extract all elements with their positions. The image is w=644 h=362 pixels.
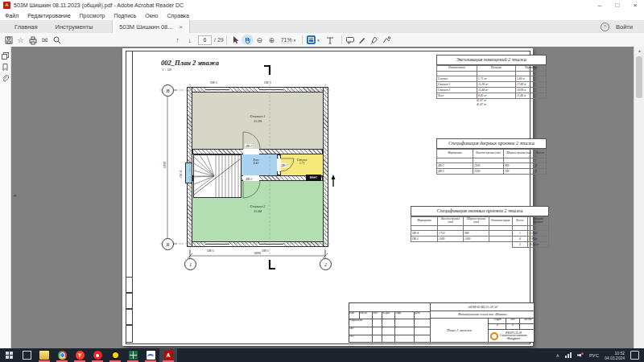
- table-total: 41.87 м²: [436, 103, 547, 107]
- sign-tool-icon[interactable]: [369, 35, 381, 45]
- star-icon[interactable]: ☆: [14, 35, 27, 45]
- volume-icon[interactable]: [577, 352, 584, 359]
- menu-help[interactable]: Справка: [167, 13, 189, 19]
- email-icon[interactable]: ✉: [39, 35, 51, 45]
- title-block-company: ИЖ0975-25-38 Строительная компания «Монд…: [488, 329, 535, 343]
- table-row: Спальня 215.84 м²18.00 м: [437, 88, 547, 93]
- tab-document[interactable]: 503М Шишкин 08... ×: [112, 20, 190, 33]
- select-tool-icon[interactable]: [229, 35, 242, 45]
- taskbar-chrome[interactable]: [53, 348, 71, 362]
- maximize-button[interactable]: □: [609, 0, 626, 10]
- star-glyph: ☆: [17, 36, 23, 44]
- action-center-icon[interactable]: [630, 351, 639, 360]
- menu-window[interactable]: Окно: [145, 13, 158, 19]
- print-icon[interactable]: [27, 35, 39, 45]
- table-row: ДВ-321007001: [437, 169, 547, 175]
- attachments-icon[interactable]: [0, 72, 10, 84]
- scroll-up-icon[interactable]: ▲: [634, 47, 644, 55]
- menu-file[interactable]: Файл: [5, 13, 19, 19]
- vertical-scrollbar[interactable]: ▲: [634, 47, 644, 348]
- menu-view[interactable]: Просмотр: [80, 13, 105, 19]
- title-block-sheet-name: План 2 этажа: [430, 318, 488, 343]
- previous-page-icon[interactable]: ↑: [171, 35, 184, 45]
- sign-in-button[interactable]: Войти: [616, 23, 633, 31]
- window-tag-ok5: ОК-5: [209, 80, 218, 84]
- taskbar-blue-app[interactable]: [142, 348, 159, 362]
- axis-bubble-b: Б: [162, 238, 174, 250]
- taskbar-acrobat-active[interactable]: A: [159, 348, 177, 362]
- page-number-input[interactable]: 6: [198, 35, 212, 45]
- page-fit-icon[interactable]: [307, 35, 316, 44]
- clock-date: 04.03.2024: [605, 356, 625, 360]
- taskbar: Y A ∧ РУС 10:52: [0, 348, 644, 362]
- pencil-tool-icon[interactable]: [357, 35, 369, 45]
- pdf-page: 002_План 2 этажа 1 : 50: [122, 48, 533, 346]
- door-tag-dv2: ДВ-2: [245, 177, 253, 181]
- maximize-icon: □: [616, 2, 620, 9]
- room-label-bath: Санузел1.71: [285, 158, 319, 166]
- zoom-level-select[interactable]: 71%: [281, 37, 292, 43]
- network-icon[interactable]: [565, 352, 572, 358]
- save-icon[interactable]: [2, 35, 14, 45]
- tab-tools[interactable]: Инструменты: [56, 23, 93, 31]
- start-button[interactable]: [0, 348, 18, 362]
- taskbar-file-explorer[interactable]: [35, 348, 53, 362]
- sidebar-collapse-icon[interactable]: ◄: [12, 193, 17, 198]
- tray-hidden-icons[interactable]: ∧: [556, 352, 559, 358]
- comment-tool-icon[interactable]: [345, 35, 357, 45]
- axis-bubble-2: 2: [320, 258, 332, 270]
- zoom-out-glyph: ⊖: [256, 36, 262, 44]
- language-indicator[interactable]: РУС: [589, 353, 599, 358]
- title-block-role-row: Разработал: [349, 319, 430, 327]
- table-row: Спальня 115.90 м²17.80 м: [437, 82, 547, 88]
- tab-home[interactable]: Главная: [14, 23, 38, 31]
- toolbar: ☆ ✉ ↑ ↓ 6 / 29 ⊖ ⊕ 71% ▾ ▾: [0, 33, 644, 47]
- arrow-down-glyph: ↓: [188, 36, 192, 44]
- navigation-sidebar: [0, 47, 11, 348]
- fill-sign-tool-icon[interactable]: [381, 35, 393, 45]
- window-spec-table: Спецификация оконных проемов 2 этажа Мар…: [411, 206, 549, 248]
- title-block-role-row: ГИП: [349, 335, 430, 343]
- minimize-button[interactable]: –: [591, 0, 609, 10]
- page-fit-caret-icon[interactable]: ▾: [317, 38, 320, 43]
- reading-mode-icon[interactable]: [324, 35, 336, 45]
- hand-tool-icon[interactable]: [242, 35, 254, 45]
- next-page-icon[interactable]: ↓: [184, 35, 196, 45]
- search-icon[interactable]: [51, 35, 63, 45]
- axis-bubble-v: В: [162, 84, 174, 97]
- acrobat-app-icon: A: [3, 2, 10, 9]
- room-explication-table: Экспликация помещений 2 этажа Наименован…: [436, 55, 547, 107]
- dim-height-label: 6000: [163, 153, 167, 177]
- help-icon[interactable]: ?: [601, 23, 609, 31]
- table-row: ОК-4172090011.55 м²: [411, 231, 549, 237]
- clock[interactable]: 10:52 04.03.2024: [605, 351, 625, 360]
- room-label-hall: Холл8.42: [240, 158, 272, 166]
- scrollbar-thumb[interactable]: [636, 56, 642, 98]
- zoom-in-icon[interactable]: ⊕: [266, 35, 278, 45]
- taskbar-yandex-browser[interactable]: Y: [71, 348, 89, 362]
- close-icon: ×: [634, 2, 638, 9]
- table-row: Санузел1.71 м²5.60 м: [437, 76, 547, 82]
- zoom-caret-icon[interactable]: ▾: [294, 38, 296, 43]
- document-viewport[interactable]: ◄ 002_План 2 этажа 1 : 50: [11, 47, 634, 348]
- window-titlebar: A 503М Шишкин 08.11.2023 (общий).pdf - A…: [0, 0, 644, 11]
- zoom-in-glyph: ⊕: [268, 36, 275, 44]
- window-tag-ok5: ОК-5: [261, 249, 270, 253]
- zoom-out-icon[interactable]: ⊖: [254, 35, 266, 45]
- title-block-stage-values: Э 6: [488, 323, 535, 329]
- table-row: ДВ-221009002: [437, 163, 547, 169]
- taskbar-red-app[interactable]: [89, 348, 106, 362]
- close-button[interactable]: ×: [626, 0, 644, 10]
- table-title: Экспликация помещений 2 этажа: [436, 55, 547, 65]
- door-spec-table: Спецификация дверных проемов 2 этажа Мар…: [436, 138, 547, 175]
- task-view-button[interactable]: [18, 348, 35, 362]
- title-block-code: 503М-02-Ш.23-АР.АР: [430, 303, 535, 311]
- taskbar-spreadsheet-app[interactable]: [124, 348, 142, 362]
- menu-bar: Файл Редактирование Просмотр Подпись Окн…: [0, 10, 644, 20]
- menu-edit[interactable]: Редактирование: [27, 13, 70, 19]
- taskbar-yellow-app[interactable]: [106, 348, 124, 362]
- menu-sign[interactable]: Подпись: [114, 13, 137, 19]
- bookmarks-icon[interactable]: [0, 61, 10, 72]
- page-thumbnails-icon[interactable]: [0, 50, 10, 61]
- tab-close-icon[interactable]: ×: [180, 23, 183, 31]
